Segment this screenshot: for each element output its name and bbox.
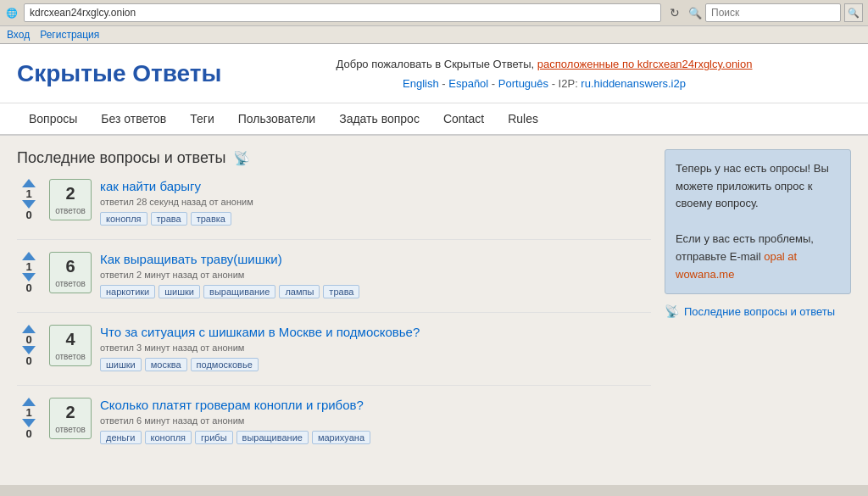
- question-body-q3: Что за ситуация с шишками в Москве и под…: [100, 325, 651, 371]
- tag-konoplya4[interactable]: конопля: [145, 431, 192, 444]
- vote-count-down-q3: 0: [20, 354, 37, 367]
- sidebar-polls-box: Теперь у нас есть опросы! Вы можете прил…: [665, 149, 851, 295]
- tag-moskva[interactable]: москва: [145, 358, 187, 371]
- tag-trava1[interactable]: трава: [151, 212, 187, 226]
- tag-vyrashivanie[interactable]: выращивание: [203, 285, 275, 298]
- tag-shishki3[interactable]: шишки: [100, 358, 142, 371]
- vote-count-down-q1: 0: [20, 209, 37, 221]
- sidebar-polls-text: Теперь у нас есть опросы! Вы можете прил…: [676, 160, 840, 213]
- question-title-q1[interactable]: как найти барыгу: [100, 179, 651, 193]
- header-right: Добро пожаловать в Скрытые Ответы, распо…: [237, 54, 851, 94]
- vote-down-q3[interactable]: [22, 346, 36, 354]
- tag-shishki[interactable]: шишки: [159, 285, 200, 298]
- url-bar[interactable]: [24, 3, 661, 22]
- lang-english[interactable]: English: [403, 77, 439, 90]
- answer-label-q4: ответов: [55, 425, 86, 434]
- reload-button[interactable]: ↻: [666, 4, 683, 21]
- answer-label-q2: ответов: [55, 279, 86, 288]
- question-title-q2[interactable]: Как выращивать траву(шишки): [100, 252, 651, 266]
- question-body-q2: Как выращивать траву(шишки) ответил 2 ми…: [100, 252, 651, 298]
- vote-count-down-q2: 0: [20, 281, 37, 294]
- vote-down-q4[interactable]: [22, 419, 36, 427]
- tag-konoплa[interactable]: конопля: [100, 212, 147, 226]
- section-title: Последние вопросы и ответы: [17, 149, 226, 167]
- vote-count-up-q4: 1: [20, 406, 37, 419]
- answer-label-q1: ответов: [55, 206, 86, 215]
- search-icon: 🔍: [688, 7, 702, 20]
- question-meta-q4: ответил 6 минут назад от аноним: [100, 415, 651, 426]
- answer-count-q4: 2 ответов: [49, 398, 92, 439]
- table-row: 0 0 4 ответов Что за ситуация с шишками …: [17, 325, 651, 371]
- main-layout: Последние вопросы и ответы 📡 1 0 2 ответ…: [0, 136, 868, 471]
- sidebar: Теперь у нас есть опросы! Вы можете прил…: [665, 149, 851, 458]
- answer-num-q4: 2: [55, 402, 86, 422]
- tag-podmoskovye[interactable]: подмосковье: [191, 358, 259, 371]
- sidebar-email-text: Если у вас есть проблемы, отправьте E-ma…: [676, 231, 840, 283]
- tag-marihuana[interactable]: марихуана: [312, 431, 370, 444]
- vote-count-down-q4: 0: [20, 427, 37, 440]
- answer-label-q3: ответов: [55, 352, 86, 361]
- tag-vyrashivanie4[interactable]: выращивание: [236, 431, 309, 444]
- question-meta-q1: ответил 28 секунд назад от аноним: [100, 197, 651, 207]
- question-body-q1: как найти барыгу ответил 28 секунд назад…: [100, 179, 651, 226]
- nav-contact[interactable]: Contact: [431, 103, 496, 134]
- answer-count-q3: 4 ответов: [49, 325, 92, 366]
- nav-rules[interactable]: Rules: [496, 103, 550, 134]
- section-title-row: Последние вопросы и ответы 📡: [17, 149, 651, 167]
- tag-narkotiki[interactable]: наркотики: [100, 285, 155, 298]
- vote-count-up-q2: 1: [20, 260, 37, 273]
- lang-portugues[interactable]: Português: [498, 77, 548, 90]
- browser-search-input[interactable]: [705, 3, 841, 22]
- tag-trava2[interactable]: трава: [323, 285, 359, 298]
- vote-up-q3[interactable]: [22, 325, 36, 333]
- nav-users[interactable]: Пользователи: [226, 103, 327, 134]
- answer-num-q1: 2: [55, 183, 86, 203]
- rss-icon[interactable]: 📡: [233, 150, 250, 166]
- question-body-q4: Сколько платят гроверам конопли и грибов…: [100, 398, 651, 444]
- browser-search-button[interactable]: 🔍: [844, 3, 863, 22]
- vote-up-q4[interactable]: [22, 398, 36, 406]
- vote-up-q1[interactable]: [22, 179, 36, 187]
- nav-ask[interactable]: Задать вопрос: [327, 103, 431, 134]
- browser-toolbar: 🌐 ↻ 🔍 🔍: [0, 0, 868, 26]
- tag-griby[interactable]: грибы: [195, 431, 232, 444]
- vote-section-q2: 1 0: [17, 252, 41, 294]
- site-logo: Скрытые Ответы: [17, 60, 237, 87]
- register-link[interactable]: Регистрация: [40, 29, 99, 41]
- question-title-q4[interactable]: Сколько платят гроверам конопли и грибов…: [100, 398, 651, 412]
- tags-q4: деньги конопля грибы выращивание марихуа…: [100, 431, 651, 444]
- header-lang-line: English - Español - Português - I2P: ru.…: [237, 74, 851, 93]
- vote-down-q2[interactable]: [22, 273, 36, 281]
- vote-up-q2[interactable]: [22, 252, 36, 260]
- vote-section-q4: 1 0: [17, 398, 41, 440]
- tag-lampy[interactable]: лампы: [279, 285, 320, 298]
- nav-unanswered[interactable]: Без ответов: [89, 103, 178, 134]
- tags-q1: конопля трава травка: [100, 212, 651, 226]
- nav-tags[interactable]: Теги: [178, 103, 225, 134]
- vote-section-q3: 0 0: [17, 325, 41, 367]
- answer-count-q1: 2 ответов: [49, 179, 92, 220]
- tag-travka[interactable]: травка: [191, 212, 231, 226]
- nav-questions[interactable]: Вопросы: [17, 103, 89, 134]
- tag-dengi[interactable]: деньги: [100, 431, 142, 444]
- lang-i2p[interactable]: ru.hiddenanswers.i2p: [581, 77, 686, 90]
- divider-3: [17, 385, 651, 386]
- tags-q2: наркотики шишки выращивание лампы трава: [100, 285, 651, 298]
- question-title-q3[interactable]: Что за ситуация с шишками в Москве и под…: [100, 325, 651, 339]
- table-row: 1 0 6 ответов Как выращивать траву(шишки…: [17, 252, 651, 298]
- answer-num-q3: 4: [55, 329, 86, 349]
- lang-espanol[interactable]: Español: [448, 77, 488, 90]
- tags-q3: шишки москва подмосковье: [100, 358, 651, 371]
- sidebar-rss-icon: 📡: [665, 304, 679, 318]
- sidebar-rss-row: 📡 Последние вопросы и ответы: [665, 304, 851, 318]
- login-link[interactable]: Вход: [7, 29, 30, 41]
- browser-nav-bar: Вход Регистрация: [0, 26, 868, 43]
- main-content: Последние вопросы и ответы 📡 1 0 2 ответ…: [17, 149, 651, 458]
- domain-link[interactable]: расположенные по kdrcxean24rxglcy.onion: [537, 58, 753, 70]
- nav-menu: Вопросы Без ответов Теги Пользователи За…: [0, 103, 868, 136]
- vote-down-q1[interactable]: [22, 200, 36, 209]
- divider-2: [17, 312, 651, 313]
- search-area: 🔍 🔍: [688, 3, 863, 22]
- sidebar-rss-link[interactable]: Последние вопросы и ответы: [684, 305, 835, 318]
- answer-count-q2: 6 ответов: [49, 252, 92, 293]
